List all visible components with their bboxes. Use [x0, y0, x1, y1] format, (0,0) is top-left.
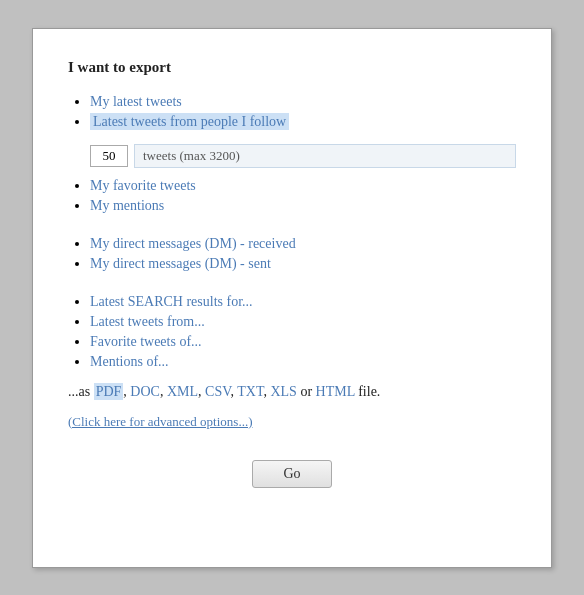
group-1: My latest tweets Latest tweets from peop…: [68, 94, 516, 130]
my-mentions-link[interactable]: My mentions: [90, 198, 164, 213]
latest-tweets-follow-link[interactable]: Latest tweets from people I follow: [90, 113, 289, 130]
list-item: My direct messages (DM) - sent: [90, 256, 516, 272]
list-item: My latest tweets: [90, 94, 516, 110]
csv-format-link[interactable]: CSV: [205, 384, 230, 399]
advanced-options-link[interactable]: (Click here for advanced options...): [68, 414, 516, 430]
tweet-count-row: tweets (max 3200): [90, 144, 516, 168]
format-suffix: file.: [355, 384, 381, 399]
xml-format-link[interactable]: XML: [167, 384, 198, 399]
dm-sent-link[interactable]: My direct messages (DM) - sent: [90, 256, 271, 271]
format-line: ...as PDF, DOC, XML, CSV, TXT, XLS or HT…: [68, 384, 516, 400]
mentions-of-link[interactable]: Mentions of...: [90, 354, 169, 369]
pdf-format-link[interactable]: PDF: [94, 383, 124, 400]
group-3: My direct messages (DM) - received My di…: [68, 236, 516, 272]
format-or: or: [297, 384, 316, 399]
search-results-link[interactable]: Latest SEARCH results for...: [90, 294, 253, 309]
highlighted-label: Latest tweets from people I follow: [90, 113, 289, 130]
list-item: Mentions of...: [90, 354, 516, 370]
html-format-link[interactable]: HTML: [316, 384, 355, 399]
doc-format-link[interactable]: DOC: [130, 384, 160, 399]
list-item: My direct messages (DM) - received: [90, 236, 516, 252]
group-4: Latest SEARCH results for... Latest twee…: [68, 294, 516, 370]
latest-tweets-from-link[interactable]: Latest tweets from...: [90, 314, 205, 329]
my-latest-tweets-link[interactable]: My latest tweets: [90, 94, 182, 109]
format-separator-2: ,: [160, 384, 167, 399]
go-button[interactable]: Go: [252, 460, 331, 488]
export-window: I want to export My latest tweets Latest…: [32, 28, 552, 568]
dm-received-link[interactable]: My direct messages (DM) - received: [90, 236, 296, 251]
group-2: My favorite tweets My mentions: [68, 178, 516, 214]
xls-format-link[interactable]: XLS: [270, 384, 296, 399]
tweet-count-input[interactable]: [90, 145, 128, 167]
txt-format-link[interactable]: TXT: [237, 384, 263, 399]
format-prefix: ...as: [68, 384, 94, 399]
tweet-count-label: tweets (max 3200): [134, 144, 516, 168]
list-item: Latest SEARCH results for...: [90, 294, 516, 310]
my-favorite-tweets-link[interactable]: My favorite tweets: [90, 178, 196, 193]
format-separator-3: ,: [198, 384, 205, 399]
go-row: Go: [68, 460, 516, 488]
list-item: Latest tweets from...: [90, 314, 516, 330]
page-title: I want to export: [68, 59, 516, 76]
list-item: My favorite tweets: [90, 178, 516, 194]
list-item: Favorite tweets of...: [90, 334, 516, 350]
list-item: My mentions: [90, 198, 516, 214]
favorite-tweets-of-link[interactable]: Favorite tweets of...: [90, 334, 202, 349]
list-item: Latest tweets from people I follow: [90, 114, 516, 130]
